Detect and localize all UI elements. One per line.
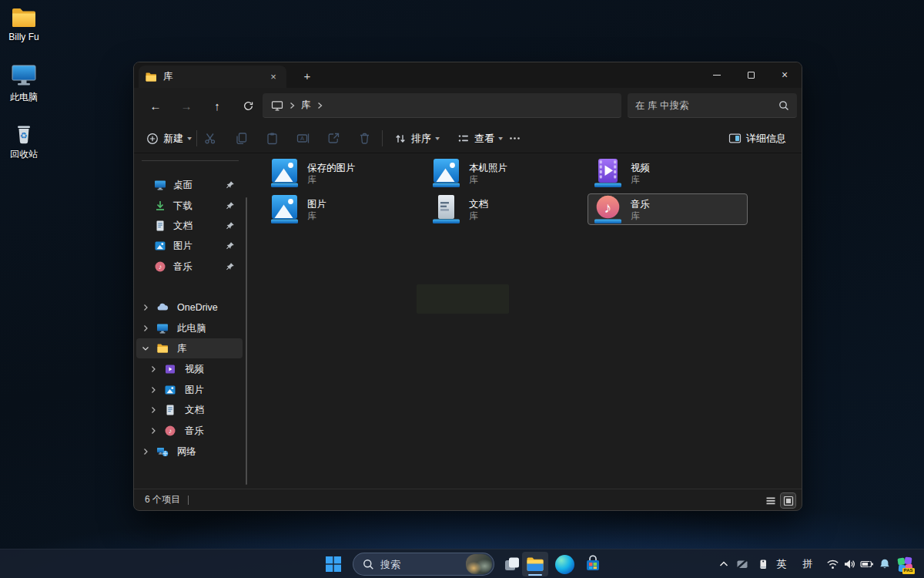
this-pc-monitor-icon: [156, 322, 169, 334]
pin-icon: [226, 180, 235, 190]
store-button[interactable]: [580, 552, 606, 576]
sidebar-item-videos-library[interactable]: 视频: [136, 359, 243, 379]
chevron-right-icon[interactable]: [149, 406, 157, 414]
sidebar-item-pictures[interactable]: 图片: [136, 236, 243, 256]
search-input[interactable]: [628, 100, 778, 111]
sidebar-item-network[interactable]: 网络: [136, 442, 243, 462]
file-name: 图片: [307, 198, 326, 210]
file-item-saved-pictures[interactable]: 保存的图片库: [264, 157, 424, 189]
chevron-right-icon[interactable]: [142, 324, 149, 332]
file-item-videos[interactable]: 视频库: [588, 157, 748, 189]
sidebar-item-label: 此电脑: [177, 322, 206, 335]
sidebar-scrollbar[interactable]: [246, 197, 247, 485]
desktop-root-icon[interactable]: [271, 99, 283, 112]
wifi-button[interactable]: [824, 552, 841, 576]
start-button[interactable]: [320, 552, 346, 576]
edge-button[interactable]: [551, 552, 578, 576]
up-button[interactable]: ↑: [205, 93, 229, 118]
list-view-toggle[interactable]: [763, 493, 778, 508]
sidebar-item-documents[interactable]: 文档: [136, 216, 243, 236]
task-view-button[interactable]: [499, 552, 525, 576]
sidebar-item-desktop[interactable]: 桌面: [136, 175, 243, 195]
desktop-icon-billy-fu[interactable]: Billy Fu: [0, 6, 48, 42]
sidebar-item-label: OneDrive: [177, 302, 218, 313]
volume-button[interactable]: [841, 552, 858, 576]
colorful-app-tray-button[interactable]: PAS: [893, 552, 916, 576]
file-type: 库: [469, 210, 488, 221]
new-button-label: 新建: [163, 132, 183, 146]
new-button[interactable]: 新建 ▾: [140, 126, 197, 150]
breadcrumb-item-libraries[interactable]: 库: [301, 99, 311, 112]
ime-latin-indicator[interactable]: 英: [773, 552, 790, 576]
sidebar-item-libraries[interactable]: 库: [136, 338, 243, 358]
chevron-right-icon: [289, 102, 296, 109]
file-item-pictures[interactable]: 图片库: [264, 193, 424, 225]
close-button[interactable]: ×: [768, 62, 802, 87]
taskbar-search-box[interactable]: [353, 553, 494, 576]
sidebar-item-music-library[interactable]: ♪ 音乐: [136, 421, 243, 441]
back-button[interactable]: ←: [143, 93, 168, 118]
ime-pinyin-indicator[interactable]: 拼: [799, 552, 816, 576]
tray-phone-icon[interactable]: [755, 552, 772, 576]
more-options-button[interactable]: [502, 126, 527, 150]
speaker-icon: [843, 558, 855, 570]
breadcrumb[interactable]: 库: [263, 93, 621, 118]
chevron-right-icon[interactable]: [142, 304, 149, 311]
recycle-bin-icon: ♻: [0, 121, 48, 146]
tray-overflow-button[interactable]: [716, 552, 732, 576]
onedrive-cloud-icon: [156, 301, 169, 314]
sidebar-item-label: 音乐: [185, 425, 204, 438]
file-name: 音乐: [631, 198, 650, 210]
search-highlight-image[interactable]: [466, 554, 492, 574]
chevron-right-icon[interactable]: [142, 448, 149, 455]
edge-browser-icon: [555, 555, 574, 574]
battery-button[interactable]: [858, 552, 876, 576]
notifications-button[interactable]: [876, 552, 893, 576]
picture-library-icon: [269, 194, 300, 225]
chevron-right-icon[interactable]: [149, 427, 157, 435]
large-icons-view-toggle[interactable]: [781, 493, 795, 508]
file-type: 库: [307, 174, 356, 185]
sidebar-item-onedrive[interactable]: OneDrive: [136, 297, 243, 318]
search-icon[interactable]: [778, 100, 789, 111]
chevron-down-icon[interactable]: [142, 344, 149, 352]
desktop-icon-this-pc[interactable]: 此电脑: [0, 64, 48, 104]
sidebar-item-this-pc[interactable]: 此电脑: [136, 318, 243, 338]
maximize-button[interactable]: [734, 62, 768, 87]
sidebar-item-pictures-library[interactable]: 图片: [136, 380, 243, 400]
desktop-icon-label: 回收站: [0, 148, 48, 161]
sidebar-item-documents-library[interactable]: 文档: [136, 400, 243, 420]
search-box[interactable]: [628, 93, 797, 118]
details-pane-button[interactable]: 详细信息: [722, 126, 792, 150]
close-icon: ×: [782, 69, 788, 80]
tray-slashed-device-icon[interactable]: [733, 552, 752, 576]
desktop-monitor-icon: [154, 179, 166, 191]
file-explorer-button[interactable]: [522, 552, 548, 576]
sidebar-item-music[interactable]: ♪ 音乐: [136, 257, 243, 277]
file-item-documents[interactable]: 文档库: [426, 193, 586, 225]
copy-icon: [235, 132, 248, 145]
cut-button: [198, 126, 223, 150]
document-library-icon: [430, 194, 461, 225]
tab-libraries[interactable]: 库 ×: [139, 66, 286, 88]
view-button[interactable]: 查看 ▾: [451, 126, 508, 150]
chevron-right-icon[interactable]: [149, 365, 157, 373]
chevron-right-icon[interactable]: [316, 102, 323, 109]
desktop-icon-recycle-bin[interactable]: ♻ 回收站: [0, 121, 48, 161]
windows-logo-icon: [325, 556, 342, 573]
music-library-icon: ♪: [592, 194, 623, 225]
tab-close-icon[interactable]: ×: [266, 70, 280, 84]
chevron-right-icon[interactable]: [149, 386, 157, 394]
new-tab-button[interactable]: +: [299, 67, 316, 84]
taskbar-search-input[interactable]: [374, 559, 466, 570]
minimize-button[interactable]: [700, 62, 734, 87]
refresh-button[interactable]: [236, 93, 260, 118]
chevron-down-icon: ▾: [435, 135, 440, 142]
sidebar-item-label: 图片: [173, 240, 192, 253]
file-item-camera-roll[interactable]: 本机照片库: [426, 157, 586, 189]
file-item-music[interactable]: ♪ 音乐库: [588, 193, 748, 225]
search-icon: [363, 559, 374, 570]
forward-button[interactable]: →: [174, 93, 199, 118]
sort-button[interactable]: 排序 ▾: [388, 126, 445, 150]
sidebar-item-downloads[interactable]: 下载: [136, 196, 243, 216]
